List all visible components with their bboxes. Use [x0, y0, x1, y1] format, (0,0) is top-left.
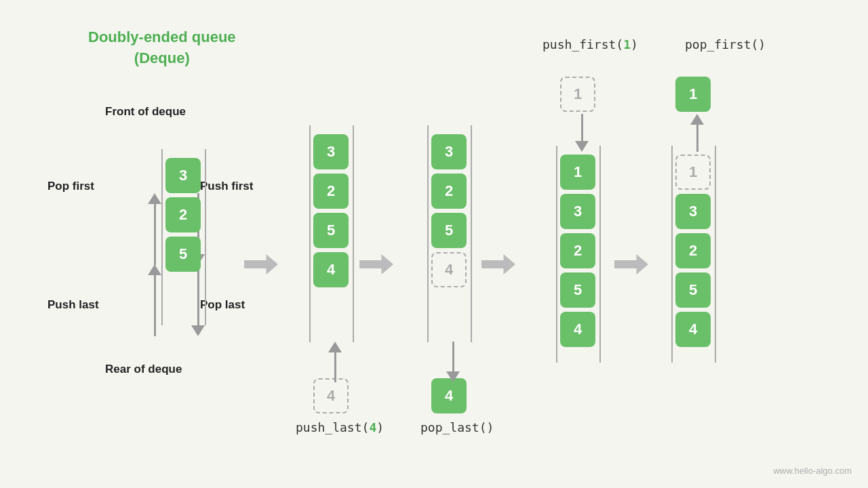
pop-first-arrow-out: [690, 114, 704, 152]
watermark: www.hello-algo.com: [773, 466, 852, 476]
push-first-arrow-in: [575, 114, 589, 152]
pop-last-outgoing-4: 4: [431, 378, 467, 413]
label-pop-last-code: pop_last(): [420, 420, 494, 434]
initial-cell-5: 5: [165, 237, 201, 272]
label-push-first: Push first: [200, 180, 253, 193]
label-push-last-code: push_last(4): [296, 420, 384, 434]
page-title: Doubly-ended queue (Deque): [88, 27, 236, 69]
label-front: Front of deque: [105, 105, 186, 119]
initial-cell-3: 3: [165, 158, 201, 193]
arrow-3: [481, 254, 515, 274]
arrow-2: [359, 254, 393, 274]
label-pop-last: Pop last: [200, 298, 245, 312]
pop-first-outgoing-1: 1: [675, 77, 711, 112]
push-last-arrow-in: [328, 342, 342, 382]
label-rear: Rear of deque: [105, 363, 182, 376]
push-first-incoming-1: 1: [560, 77, 595, 112]
label-pop-first-code: pop_first(): [685, 37, 766, 52]
push-last-arrow: [148, 264, 161, 336]
push-last-incoming-4: 4: [313, 378, 349, 413]
pop-first-arrow: [148, 193, 161, 265]
pop-last-arrow: [191, 264, 205, 336]
pop-last-arrow-out: [446, 342, 460, 382]
arrow-4: [614, 254, 648, 274]
label-pop-first: Pop first: [47, 180, 94, 193]
label-push-first-code: push_first(1): [542, 37, 638, 52]
arrow-1: [244, 254, 278, 274]
label-push-last: Push last: [47, 298, 99, 312]
initial-cell-2: 2: [165, 197, 201, 232]
